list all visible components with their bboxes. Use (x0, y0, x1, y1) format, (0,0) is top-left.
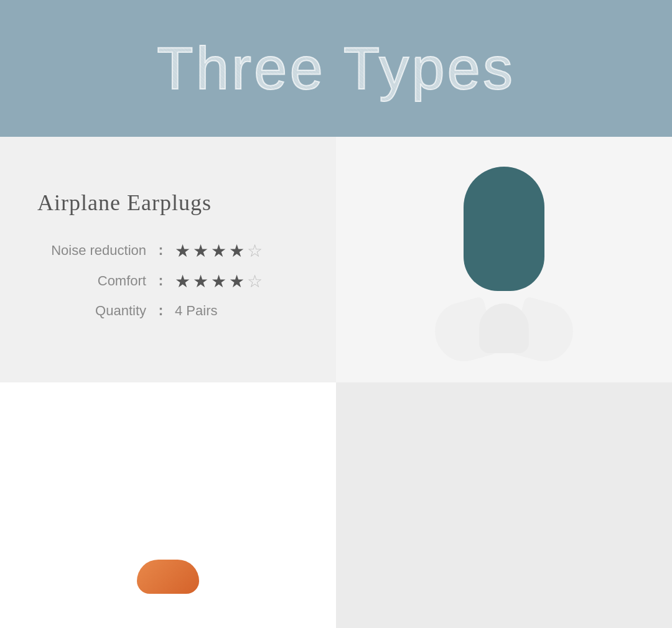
star-1: ★ (175, 241, 190, 261)
product-name: Airplane Earplugs (37, 190, 212, 216)
quantity-colon: ： (154, 302, 167, 320)
content-grid: Airplane Earplugs Noise reduction ： ★ ★ … (0, 137, 672, 628)
star-4: ★ (229, 241, 245, 261)
product-image-card (336, 137, 672, 382)
comfort-star-5: ☆ (247, 271, 263, 292)
product2-image-card (336, 382, 672, 628)
comfort-star-1: ★ (175, 271, 190, 292)
comfort-star-3: ★ (211, 271, 226, 292)
quantity-value: 4 Pairs (175, 303, 217, 319)
star-2: ★ (193, 241, 208, 261)
product-info-card: Airplane Earplugs Noise reduction ： ★ ★ … (0, 137, 336, 382)
noise-reduction-stars: ★ ★ ★ ★ ☆ (175, 241, 263, 261)
earplug-illustration (442, 167, 566, 353)
star-5: ☆ (247, 241, 263, 261)
earplug-orange-preview (131, 560, 205, 609)
star-3: ★ (211, 241, 226, 261)
earplug-body (464, 167, 544, 291)
petal-center (479, 303, 529, 353)
comfort-star-2: ★ (193, 271, 208, 292)
product2-info-card (0, 382, 336, 628)
comfort-stars: ★ ★ ★ ★ ☆ (175, 271, 263, 292)
noise-reduction-colon: ： (154, 241, 167, 260)
header-section: Three Types (0, 0, 672, 137)
comfort-colon: ： (154, 272, 167, 290)
earplug-orange-body (137, 560, 199, 594)
quantity-row: Quantity ： 4 Pairs (37, 302, 299, 320)
page-title: Three Types (157, 34, 515, 103)
quantity-label: Quantity (37, 303, 146, 319)
comfort-star-4: ★ (229, 271, 245, 292)
comfort-row: Comfort ： ★ ★ ★ ★ ☆ (37, 271, 299, 292)
noise-reduction-row: Noise reduction ： ★ ★ ★ ★ ☆ (37, 241, 299, 261)
noise-reduction-label: Noise reduction (37, 242, 146, 259)
earplug-base (442, 285, 566, 353)
comfort-label: Comfort (37, 273, 146, 289)
